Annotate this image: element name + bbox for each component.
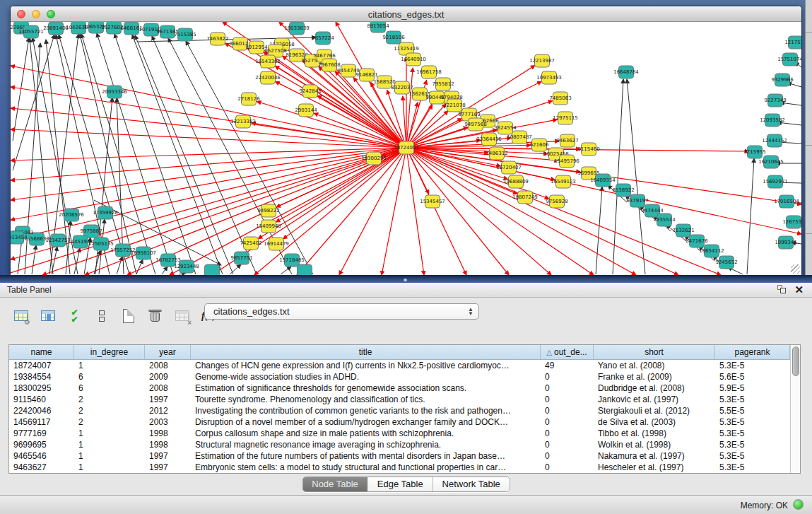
graph-edge[interactable] [32,245,36,274]
scrollbar-thumb[interactable] [792,346,799,376]
graph-edge[interactable] [747,158,754,274]
graph-edge[interactable] [403,96,406,148]
table-cell[interactable]: Yano et al. (2008) [594,360,715,371]
table-row[interactable]: 969969511998Structural magnetic resonanc… [9,439,790,450]
table-cell[interactable]: 1997 [145,462,191,473]
delete-rows-button[interactable] [146,306,165,325]
table-cell[interactable]: 5.5E-5 [715,405,790,416]
table-cell[interactable]: 2012 [145,405,191,416]
float-panel-icon[interactable] [777,284,787,295]
table-cell[interactable]: 1 [74,360,145,371]
table-row[interactable]: 977716911998Corpus callosum shape and si… [9,428,790,439]
table-cell[interactable]: Disruption of a novel member of a sodium… [191,416,541,428]
tab-edge-table[interactable]: Edge Table [368,477,433,491]
table-cell[interactable]: 0 [541,371,594,382]
table-row[interactable]: 2242004622012Investigating the contribut… [9,405,790,416]
graph-edge[interactable] [596,187,602,274]
table-cell[interactable]: 5.3E-5 [715,416,790,428]
graph-node[interactable] [298,264,312,275]
table-settings-button[interactable]: ⚙ [11,306,30,325]
table-cell[interactable]: Estimation of significance thresholds fo… [191,382,541,394]
table-cell[interactable]: 6 [74,382,145,394]
column-header-title[interactable]: title [191,345,541,359]
table-cell[interactable]: Dudbridge et al. (2008) [594,382,715,394]
table-cell[interactable]: 6 [74,371,145,382]
table-cell[interactable]: 49 [541,360,594,371]
graph-edge[interactable] [382,148,406,275]
table-row[interactable]: 946362711997Embryonic stem cells: a mode… [9,462,790,473]
table-cell[interactable]: 2003 [145,416,191,428]
table-cell[interactable]: 1 [74,462,145,473]
table-cell[interactable]: 5.3E-5 [715,439,790,450]
column-header-short[interactable]: short [594,345,715,359]
window-resize-grip[interactable] [791,264,800,274]
graph-edge[interactable] [11,108,406,148]
table-cell[interactable]: 9777169 [9,428,74,439]
table-cell[interactable]: 2 [74,405,145,416]
table-cell[interactable]: 0 [541,394,594,405]
table-cell[interactable]: 2008 [145,360,191,371]
column-header-out_de[interactable]: △out_de... [541,345,594,359]
table-cell[interactable]: 5.3E-5 [715,428,790,439]
table-row[interactable]: 946554611997Estimation of the future num… [9,450,790,462]
table-cell[interactable]: Nakamura et al. (1997) [594,450,715,462]
table-cell[interactable]: 2 [74,394,145,405]
table-cell[interactable]: 0 [541,405,594,416]
table-cell[interactable]: Tibbo et al. (1998) [594,428,715,439]
table-cell[interactable]: Wolkin et al. (1998) [594,439,715,450]
graph-edge[interactable] [11,148,406,180]
table-cell[interactable]: 0 [541,450,594,462]
table-row[interactable]: 911546021997Tourette syndrome. Phenomeno… [9,394,790,405]
table-cell[interactable]: Hescheler et al. (1997) [594,462,715,473]
table-cell[interactable]: 5.3E-5 [715,450,790,462]
table-selector-dropdown[interactable]: citations_edges.txt ▲▼ [204,303,479,320]
table-cell[interactable]: 1997 [145,450,191,462]
table-cell[interactable]: 1 [74,450,145,462]
table-cell[interactable]: Corpus callosum shape and size in male p… [191,428,541,439]
table-cell[interactable]: 5.3E-5 [715,394,790,405]
column-header-in_degree[interactable]: in_degree [74,345,145,359]
table-cell[interactable]: 0 [541,462,594,473]
graph-edge[interactable] [117,257,122,274]
table-cell[interactable]: 1998 [145,439,191,450]
table-cell[interactable]: 2009 [145,371,191,382]
column-header-name[interactable]: name [9,345,74,359]
graph-edge[interactable] [162,267,167,274]
new-table-button[interactable] [119,306,138,325]
column-header-year[interactable]: year [145,345,191,359]
table-cell[interactable]: Estimation of the future numbers of pati… [191,450,541,462]
tab-network-table[interactable]: Network Table [433,477,510,491]
select-columns-button[interactable]: ✔✔ [65,306,84,325]
table-cell[interactable]: 9463627 [9,462,74,473]
toggle-rows-button[interactable] [92,306,111,325]
table-cell[interactable]: Changes of HCN gene expression and I(f) … [191,360,541,371]
table-cell[interactable]: 9699695 [9,439,74,450]
table-row[interactable]: 1872400712008Changes of HCN gene express… [9,360,790,371]
table-cell[interactable]: Embryonic stem cells: a model to study s… [191,462,541,473]
table-row[interactable]: 1830029562008Estimation of significance … [9,382,790,394]
table-cell[interactable]: 5.3E-5 [715,360,790,371]
column-header-pagerank[interactable]: pagerank [715,345,790,359]
table-scrollbar[interactable] [790,345,800,473]
table-cell[interactable]: 2 [74,416,145,428]
close-panel-icon[interactable]: ✕ [794,284,804,295]
divider-drag-handle[interactable] [404,279,407,281]
table-cell[interactable]: 1998 [145,428,191,439]
graph-edge[interactable] [11,148,406,200]
table-cell[interactable]: 0 [541,382,594,394]
table-cell[interactable]: Genome-wide association studies in ADHD. [191,371,541,382]
table-cell[interactable]: Jankovic et al. (1997) [594,394,715,405]
table-cell[interactable]: 5.9E-5 [715,382,790,394]
edit-columns-button[interactable] [38,306,57,325]
table-cell[interactable]: Stergiakouli et al. (2012) [594,405,715,416]
graph-edge[interactable] [136,259,143,274]
graph-edge[interactable] [627,79,645,274]
table-cell[interactable]: 0 [541,428,594,439]
table-cell[interactable]: 1997 [145,394,191,405]
table-cell[interactable]: 22420046 [9,405,74,416]
tab-node-table[interactable]: Node Table [302,477,368,491]
graph-node[interactable] [205,264,220,275]
table-cell[interactable]: Franke et al. (2009) [594,371,715,382]
table-cell[interactable]: Structural magnetic resonance image aver… [191,439,541,450]
citation-network-graph[interactable]: 7463822866012489129541522605895275081654… [11,22,801,275]
